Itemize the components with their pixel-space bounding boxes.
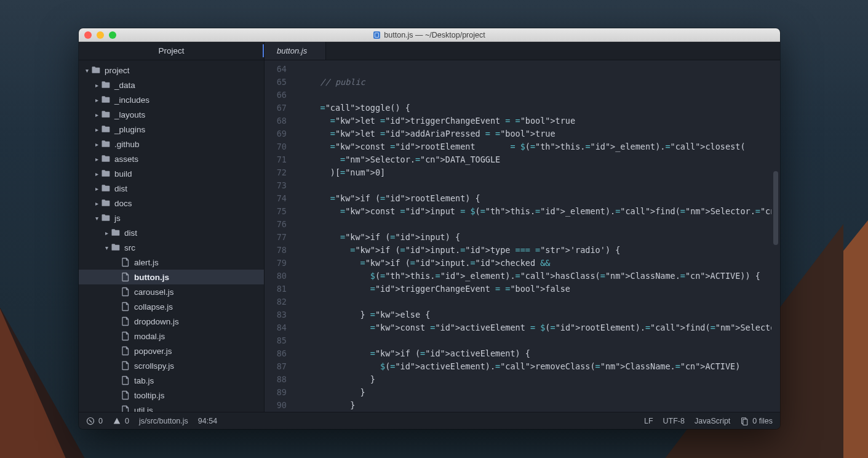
tab-strip: button.js	[265, 42, 780, 60]
tree-folder[interactable]: ▸_includes	[79, 92, 264, 107]
tree-folder[interactable]: ▸docs	[79, 196, 264, 211]
folder-icon	[101, 183, 111, 193]
chevron-right-icon[interactable]: ▸	[94, 97, 100, 103]
chevron-down-icon[interactable]: ▾	[103, 244, 109, 251]
file-icon	[121, 302, 130, 311]
folder-icon	[101, 139, 111, 149]
tree-item-label: dist	[114, 184, 127, 193]
status-errors[interactable]: 0	[86, 417, 103, 425]
tree-item-label: popover.js	[134, 347, 172, 356]
tree-folder[interactable]: ▸build	[79, 166, 264, 181]
tree-item-label: modal.js	[134, 332, 165, 341]
status-cursor[interactable]: 94:54	[198, 417, 217, 425]
chevron-right-icon[interactable]: ▸	[94, 111, 100, 118]
chevron-right-icon[interactable]: ▸	[94, 82, 100, 89]
folder-icon	[101, 80, 111, 90]
tree-folder[interactable]: ▸dist	[79, 181, 264, 196]
status-eol[interactable]: LF	[644, 417, 653, 425]
tree-item-label: dropdown.js	[134, 317, 179, 326]
chevron-right-icon[interactable]: ▸	[103, 230, 109, 236]
tree-folder[interactable]: ▸_plugins	[79, 122, 264, 137]
tree-item-label: _data	[114, 81, 135, 90]
status-bar: 0 0 js/src/button.js 94:54 LF UTF-8 Java…	[79, 412, 780, 429]
chevron-right-icon[interactable]: ▸	[94, 185, 100, 192]
status-language[interactable]: JavaScript	[695, 417, 730, 425]
tree-file[interactable]: tab.js	[79, 373, 264, 388]
chevron-right-icon[interactable]: ▸	[94, 141, 100, 148]
tree-item-label: _plugins	[114, 125, 145, 134]
folder-icon	[101, 124, 111, 134]
chevron-right-icon[interactable]: ▸	[94, 156, 100, 163]
tree-item-label: project	[105, 66, 130, 75]
code-editor[interactable]: 64 65 66 67 68 69 70 71 72 73 74 75 76 7…	[265, 60, 780, 412]
tree-folder[interactable]: ▾js	[79, 211, 264, 225]
tree-item-label: build	[114, 169, 132, 179]
tree-item-label: _layouts	[114, 110, 145, 119]
file-icon	[121, 346, 130, 356]
chevron-down-icon[interactable]: ▾	[94, 215, 100, 222]
folder-icon	[91, 65, 101, 75]
status-files[interactable]: 0 files	[740, 417, 773, 425]
window-title: button.js — ~/Desktop/project	[79, 31, 780, 39]
sidebar: Project ▾project▸_data▸_includes▸_layout…	[79, 42, 265, 412]
sidebar-panel-tab[interactable]: Project	[79, 42, 264, 60]
tree-folder[interactable]: ▸.github	[79, 137, 264, 151]
chevron-down-icon[interactable]: ▾	[84, 67, 90, 74]
file-icon	[121, 272, 130, 282]
warning-icon	[113, 417, 121, 425]
tree-file[interactable]: popover.js	[79, 344, 264, 358]
tab-button-js[interactable]: button.js	[265, 42, 326, 60]
folder-icon	[101, 95, 111, 105]
folder-icon	[101, 169, 111, 179]
folder-icon	[101, 110, 111, 119]
file-icon	[121, 287, 130, 297]
status-warnings[interactable]: 0	[113, 417, 129, 425]
tree-item-label: alert.js	[134, 258, 159, 267]
tree-file[interactable]: tooltip.js	[79, 388, 264, 403]
file-icon	[121, 316, 130, 326]
file-icon	[121, 257, 130, 267]
tree-file[interactable]: collapse.js	[79, 299, 264, 314]
tree-item-label: button.js	[134, 273, 169, 282]
window-titlebar[interactable]: button.js — ~/Desktop/project	[79, 28, 780, 42]
tree-file[interactable]: scrollspy.js	[79, 358, 264, 373]
tree-file[interactable]: modal.js	[79, 329, 264, 344]
chevron-right-icon[interactable]: ▸	[94, 171, 100, 177]
code-content[interactable]: // public ="call">toggle() { ="kw">let =…	[292, 60, 771, 412]
tree-item-label: carousel.js	[134, 287, 174, 297]
tree-folder[interactable]: ▸assets	[79, 151, 264, 166]
file-icon	[121, 390, 130, 400]
files-icon	[740, 417, 749, 425]
editor-scrollbar[interactable]	[771, 60, 780, 412]
tree-item-label: tooltip.js	[134, 391, 165, 400]
folder-icon	[101, 154, 111, 164]
status-path[interactable]: js/src/button.js	[139, 417, 188, 425]
tree-file[interactable]: alert.js	[79, 255, 264, 270]
file-icon	[373, 31, 380, 39]
status-encoding[interactable]: UTF-8	[663, 417, 685, 425]
folder-icon	[111, 228, 121, 238]
file-tree[interactable]: ▾project▸_data▸_includes▸_layouts▸_plugi…	[79, 60, 264, 412]
svg-line-1	[89, 419, 92, 422]
tree-file[interactable]: util.js	[79, 403, 264, 412]
tree-folder[interactable]: ▾project	[79, 63, 264, 78]
line-gutter: 64 65 66 67 68 69 70 71 72 73 74 75 76 7…	[265, 60, 292, 412]
tree-folder[interactable]: ▸_layouts	[79, 107, 264, 122]
file-icon	[121, 405, 130, 412]
tree-folder[interactable]: ▸_data	[79, 78, 264, 92]
folder-icon	[101, 213, 111, 223]
tree-folder[interactable]: ▾src	[79, 240, 264, 255]
tree-item-label: .github	[114, 140, 140, 149]
tree-file[interactable]: button.js	[79, 270, 264, 284]
chevron-right-icon[interactable]: ▸	[94, 126, 100, 133]
tree-item-label: scrollspy.js	[134, 361, 174, 371]
tree-item-label: collapse.js	[134, 302, 173, 311]
tree-file[interactable]: dropdown.js	[79, 314, 264, 329]
tree-item-label: js	[114, 214, 121, 223]
tree-folder[interactable]: ▸dist	[79, 225, 264, 240]
svg-rect-3	[743, 419, 747, 425]
chevron-right-icon[interactable]: ▸	[94, 200, 100, 207]
tree-file[interactable]: carousel.js	[79, 284, 264, 299]
tree-item-label: _includes	[114, 95, 149, 105]
folder-icon	[101, 198, 111, 208]
